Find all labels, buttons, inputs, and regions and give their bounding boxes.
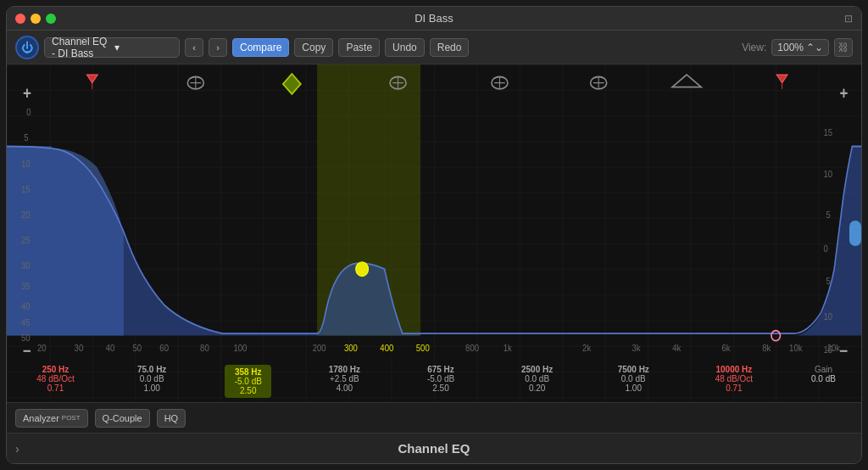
svg-text:50: 50: [133, 343, 142, 353]
dropdown-chevron-icon: ▾: [114, 42, 172, 53]
svg-text:2k: 2k: [582, 343, 592, 353]
band-1-info[interactable]: 250 Hz 48 dB/Oct 0.71: [32, 365, 79, 393]
hq-button[interactable]: HQ: [157, 409, 186, 428]
svg-text:15: 15: [823, 128, 832, 138]
svg-text:8k: 8k: [762, 343, 771, 353]
band-5-gain: -5.0 dB: [427, 374, 454, 383]
undo-button[interactable]: Undo: [385, 38, 425, 57]
svg-text:30: 30: [21, 261, 31, 271]
view-value[interactable]: 100% ⌃⌄: [771, 39, 829, 56]
svg-text:20k: 20k: [827, 343, 841, 353]
window-title: DI Bass: [415, 12, 453, 25]
band-2-q: 1.00: [143, 383, 159, 393]
band-8-info[interactable]: 10000 Hz 48 dB/Oct 0.71: [706, 365, 761, 393]
svg-text:+: +: [23, 85, 31, 103]
nav-forward-button[interactable]: ›: [209, 38, 227, 57]
svg-text:60: 60: [159, 343, 169, 353]
svg-text:0: 0: [26, 108, 31, 118]
compare-button[interactable]: Compare: [232, 38, 289, 57]
svg-text:30: 30: [75, 343, 84, 353]
close-button[interactable]: [15, 14, 25, 24]
band-4-gain: +2.5 dB: [330, 374, 359, 383]
svg-text:10: 10: [21, 159, 31, 169]
footer-title: Channel EQ: [398, 441, 470, 456]
eq-area[interactable]: + + − − 0 5 10 15 20 25 30 35 40 45 50 1…: [7, 64, 861, 402]
link-icon: ⛓: [838, 42, 849, 53]
band-3-gain: -5.0 dB: [235, 377, 262, 386]
main-window: DI Bass ⊡ ⏻ Channel EQ - DI Bass ▾ ‹ › C…: [6, 6, 862, 464]
band-7-q: 1.00: [626, 383, 642, 393]
band-1-freq: 250 Hz: [42, 365, 70, 374]
svg-text:400: 400: [380, 343, 393, 353]
q-couple-button[interactable]: Q-Couple: [95, 409, 150, 428]
band-7-info[interactable]: 7500 Hz 0.0 dB 1.00: [610, 365, 657, 393]
band-5-info[interactable]: 675 Hz -5.0 dB 2.50: [418, 365, 465, 393]
svg-text:20: 20: [21, 210, 31, 220]
band-4-freq: 1780 Hz: [329, 365, 360, 374]
band-8-q: 0.71: [726, 383, 742, 393]
band-1-gain: 48 dB/Oct: [36, 374, 74, 383]
analyzer-button[interactable]: Analyzer POST: [15, 409, 88, 428]
copy-button[interactable]: Copy: [294, 38, 333, 57]
svg-text:10k: 10k: [789, 343, 803, 353]
view-label: View:: [742, 42, 766, 53]
redo-button[interactable]: Redo: [430, 38, 470, 57]
svg-text:−: −: [840, 342, 849, 360]
restore-button[interactable]: ⊡: [844, 13, 853, 25]
band-2-info[interactable]: 75.0 Hz 0.0 dB 1.00: [129, 365, 175, 393]
maximize-button[interactable]: [46, 14, 56, 24]
band-7-freq: 7500 Hz: [618, 365, 649, 374]
footer-left-button[interactable]: ›: [15, 442, 19, 456]
paste-button[interactable]: Paste: [338, 38, 380, 57]
view-percentage: 100%: [777, 42, 804, 53]
svg-text:25: 25: [21, 236, 31, 246]
band-2-gain: 0.0 dB: [140, 374, 164, 383]
svg-text:45: 45: [21, 317, 31, 327]
band-6-freq: 2500 Hz: [521, 365, 553, 374]
svg-text:6k: 6k: [722, 343, 732, 353]
footer: › Channel EQ: [7, 433, 861, 463]
minimize-button[interactable]: [31, 14, 41, 24]
svg-text:15: 15: [21, 184, 31, 194]
svg-text:+: +: [840, 85, 849, 103]
svg-text:35: 35: [21, 282, 31, 292]
svg-text:50: 50: [21, 333, 31, 343]
gain-label: Gain: [815, 365, 832, 374]
svg-text:1k: 1k: [504, 343, 513, 353]
preset-name: Channel EQ - DI Bass: [52, 36, 109, 59]
svg-text:0: 0: [823, 243, 828, 254]
power-icon: ⏻: [21, 41, 33, 54]
svg-text:10: 10: [823, 312, 832, 322]
power-button[interactable]: ⏻: [15, 36, 39, 59]
gain-value: 0.0 dB: [811, 374, 836, 383]
svg-text:200: 200: [313, 343, 326, 353]
band-3-info[interactable]: 358 Hz -5.0 dB 2.50: [225, 365, 271, 398]
band-6-gain: 0.0 dB: [525, 374, 549, 383]
svg-text:800: 800: [465, 343, 479, 353]
band-6-info[interactable]: 2500 Hz 0.0 dB 0.20: [514, 365, 560, 393]
svg-text:300: 300: [344, 343, 358, 353]
svg-text:−: −: [23, 342, 31, 360]
svg-text:5: 5: [826, 277, 832, 287]
preset-dropdown[interactable]: Channel EQ - DI Bass ▾: [44, 37, 180, 58]
svg-text:80: 80: [200, 343, 209, 353]
svg-point-24: [356, 262, 369, 277]
svg-text:20: 20: [37, 343, 47, 353]
band-6-q: 0.20: [529, 383, 545, 393]
nav-back-button[interactable]: ‹: [185, 38, 203, 57]
vertical-scrollbar[interactable]: [849, 221, 861, 246]
band-4-info[interactable]: 1780 Hz +2.5 dB 4.00: [321, 365, 368, 393]
svg-text:4k: 4k: [672, 343, 682, 353]
eq-display: + + − − 0 5 10 15 20 25 30 35 40 45 50 1…: [7, 64, 861, 402]
gain-display: Gain 0.0 dB: [811, 365, 836, 383]
svg-text:10: 10: [823, 169, 832, 179]
band-2-freq: 75.0 Hz: [137, 365, 166, 374]
band-5-freq: 675 Hz: [427, 365, 454, 374]
svg-text:40: 40: [106, 343, 115, 353]
bottom-controls-bar: Analyzer POST Q-Couple HQ: [7, 402, 861, 433]
svg-text:500: 500: [416, 343, 430, 353]
link-button[interactable]: ⛓: [834, 38, 853, 57]
titlebar: DI Bass ⊡: [7, 7, 861, 31]
band-1-q: 0.71: [47, 383, 64, 393]
svg-text:40: 40: [21, 302, 31, 312]
